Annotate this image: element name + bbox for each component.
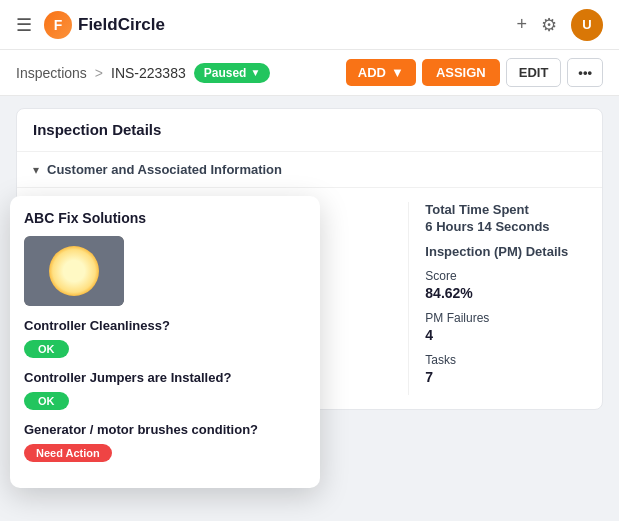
score-value: 84.62%	[425, 285, 586, 301]
breadcrumb-current: INS-223383	[111, 65, 186, 81]
total-time-value: 6 Hours 14 Seconds	[425, 219, 586, 234]
total-time-label: Total Time Spent	[425, 202, 586, 217]
question-item-2: Controller Jumpers are Installed? OK	[24, 370, 306, 410]
add-button-chevron: ▼	[391, 65, 404, 80]
breadcrumb-bar: Inspections > INS-223383 Paused ▼ ADD ▼ …	[0, 50, 619, 96]
add-button-label: ADD	[358, 65, 386, 80]
subsection-header[interactable]: ▾ Customer and Associated Information	[17, 152, 602, 188]
popup-image	[24, 236, 124, 306]
avatar[interactable]: U	[571, 9, 603, 41]
status-chevron-icon: ▼	[250, 67, 260, 78]
total-time-item: Total Time Spent 6 Hours 14 Seconds	[425, 202, 586, 234]
subsection-chevron-icon: ▾	[33, 163, 39, 177]
stats-column: Total Time Spent 6 Hours 14 Seconds Insp…	[408, 202, 586, 395]
settings-icon[interactable]: ⚙	[541, 14, 557, 36]
popup-header: ABC Fix Solutions	[24, 210, 306, 226]
question-text-2: Controller Jumpers are Installed?	[24, 370, 306, 385]
add-button[interactable]: ADD ▼	[346, 59, 416, 86]
badge-ok-1: OK	[24, 340, 69, 358]
brand-name: FieldCircle	[78, 15, 165, 35]
pm-failures-label: PM Failures	[425, 311, 586, 325]
pm-failures-item: PM Failures 4	[425, 311, 586, 343]
top-nav: ☰ F FieldCircle + ⚙ U	[0, 0, 619, 50]
breadcrumb-separator: >	[95, 65, 103, 81]
tasks-label: Tasks	[425, 353, 586, 367]
subsection-title: Customer and Associated Information	[47, 162, 282, 177]
breadcrumb-parent[interactable]: Inspections	[16, 65, 87, 81]
question-text-1: Controller Cleanliness?	[24, 318, 306, 333]
status-badge[interactable]: Paused ▼	[194, 63, 271, 83]
popup-image-light	[49, 246, 99, 296]
pm-details-label: Inspection (PM) Details	[425, 244, 586, 259]
tasks-item: Tasks 7	[425, 353, 586, 385]
question-item-3: Generator / motor brushes condition? Nee…	[24, 422, 306, 462]
nav-actions: + ⚙ U	[516, 9, 603, 41]
question-item-1: Controller Cleanliness? OK	[24, 318, 306, 358]
assign-button[interactable]: ASSIGN	[422, 59, 500, 86]
section-header: Inspection Details	[17, 109, 602, 152]
more-button[interactable]: •••	[567, 58, 603, 87]
tasks-value: 7	[425, 369, 586, 385]
add-nav-icon[interactable]: +	[516, 14, 527, 35]
section-title: Inspection Details	[33, 121, 161, 138]
brand-logo-icon: F	[44, 11, 72, 39]
question-text-3: Generator / motor brushes condition?	[24, 422, 306, 437]
edit-button[interactable]: EDIT	[506, 58, 562, 87]
brand-logo: F FieldCircle	[44, 11, 165, 39]
breadcrumb-actions: ADD ▼ ASSIGN EDIT •••	[346, 58, 603, 87]
hamburger-icon[interactable]: ☰	[16, 14, 32, 36]
status-label: Paused	[204, 66, 247, 80]
brand-icon-char: F	[54, 17, 63, 33]
badge-ok-2: OK	[24, 392, 69, 410]
pm-details-item: Inspection (PM) Details	[425, 244, 586, 259]
pm-failures-value: 4	[425, 327, 586, 343]
score-label: Score	[425, 269, 586, 283]
badge-need-action-3: Need Action	[24, 444, 112, 462]
score-item: Score 84.62%	[425, 269, 586, 301]
main-content: Inspection Details ▾ Customer and Associ…	[0, 96, 619, 422]
popup-overlay: ABC Fix Solutions Controller Cleanliness…	[10, 196, 320, 488]
